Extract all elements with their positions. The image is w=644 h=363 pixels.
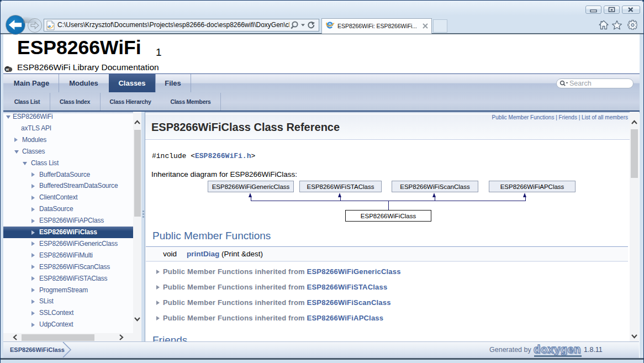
svg-text:w: w [6, 67, 9, 71]
